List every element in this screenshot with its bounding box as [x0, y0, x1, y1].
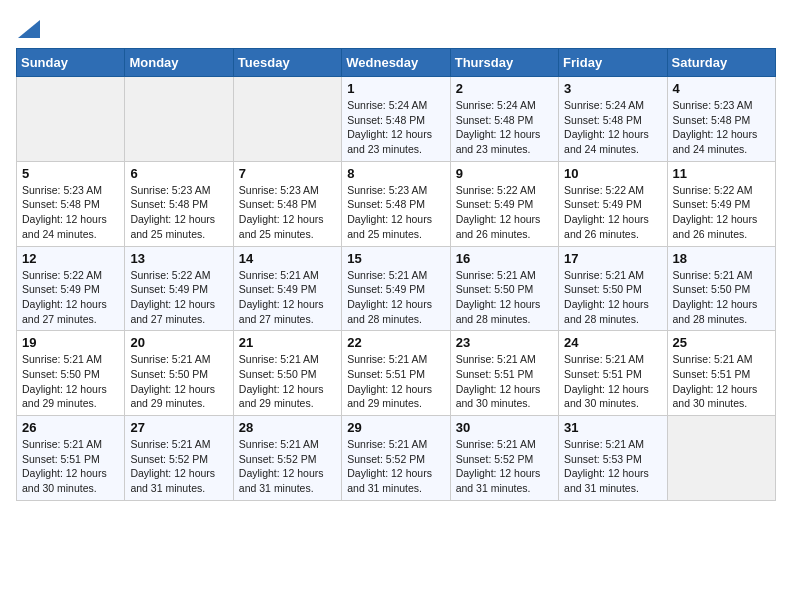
day-number: 7 [239, 166, 336, 181]
logo [16, 16, 40, 38]
day-number: 26 [22, 420, 119, 435]
svg-marker-0 [18, 20, 40, 38]
day-info: Sunrise: 5:21 AM Sunset: 5:49 PM Dayligh… [347, 268, 444, 327]
day-number: 1 [347, 81, 444, 96]
day-number: 29 [347, 420, 444, 435]
day-number: 11 [673, 166, 770, 181]
day-info: Sunrise: 5:24 AM Sunset: 5:48 PM Dayligh… [347, 98, 444, 157]
day-number: 28 [239, 420, 336, 435]
weekday-header-wednesday: Wednesday [342, 49, 450, 77]
day-info: Sunrise: 5:21 AM Sunset: 5:51 PM Dayligh… [347, 352, 444, 411]
day-number: 17 [564, 251, 661, 266]
day-number: 20 [130, 335, 227, 350]
day-number: 31 [564, 420, 661, 435]
calendar-cell: 30Sunrise: 5:21 AM Sunset: 5:52 PM Dayli… [450, 416, 558, 501]
calendar-cell: 14Sunrise: 5:21 AM Sunset: 5:49 PM Dayli… [233, 246, 341, 331]
day-number: 12 [22, 251, 119, 266]
weekday-header-row: SundayMondayTuesdayWednesdayThursdayFrid… [17, 49, 776, 77]
day-number: 14 [239, 251, 336, 266]
day-number: 25 [673, 335, 770, 350]
day-info: Sunrise: 5:21 AM Sunset: 5:51 PM Dayligh… [22, 437, 119, 496]
calendar-cell: 22Sunrise: 5:21 AM Sunset: 5:51 PM Dayli… [342, 331, 450, 416]
calendar-cell [667, 416, 775, 501]
day-number: 6 [130, 166, 227, 181]
calendar-cell: 2Sunrise: 5:24 AM Sunset: 5:48 PM Daylig… [450, 77, 558, 162]
day-number: 16 [456, 251, 553, 266]
page-header [16, 16, 776, 38]
day-number: 10 [564, 166, 661, 181]
weekday-header-saturday: Saturday [667, 49, 775, 77]
day-number: 18 [673, 251, 770, 266]
day-number: 19 [22, 335, 119, 350]
calendar-cell: 25Sunrise: 5:21 AM Sunset: 5:51 PM Dayli… [667, 331, 775, 416]
calendar-cell: 13Sunrise: 5:22 AM Sunset: 5:49 PM Dayli… [125, 246, 233, 331]
calendar-cell: 8Sunrise: 5:23 AM Sunset: 5:48 PM Daylig… [342, 161, 450, 246]
calendar-cell: 20Sunrise: 5:21 AM Sunset: 5:50 PM Dayli… [125, 331, 233, 416]
day-number: 24 [564, 335, 661, 350]
weekday-header-thursday: Thursday [450, 49, 558, 77]
calendar-cell: 9Sunrise: 5:22 AM Sunset: 5:49 PM Daylig… [450, 161, 558, 246]
calendar-cell: 27Sunrise: 5:21 AM Sunset: 5:52 PM Dayli… [125, 416, 233, 501]
calendar-cell: 11Sunrise: 5:22 AM Sunset: 5:49 PM Dayli… [667, 161, 775, 246]
calendar-cell: 29Sunrise: 5:21 AM Sunset: 5:52 PM Dayli… [342, 416, 450, 501]
logo-icon [18, 20, 40, 38]
calendar-cell: 23Sunrise: 5:21 AM Sunset: 5:51 PM Dayli… [450, 331, 558, 416]
calendar-cell: 6Sunrise: 5:23 AM Sunset: 5:48 PM Daylig… [125, 161, 233, 246]
day-info: Sunrise: 5:22 AM Sunset: 5:49 PM Dayligh… [130, 268, 227, 327]
day-info: Sunrise: 5:21 AM Sunset: 5:52 PM Dayligh… [347, 437, 444, 496]
calendar-cell: 5Sunrise: 5:23 AM Sunset: 5:48 PM Daylig… [17, 161, 125, 246]
weekday-header-tuesday: Tuesday [233, 49, 341, 77]
day-info: Sunrise: 5:21 AM Sunset: 5:50 PM Dayligh… [673, 268, 770, 327]
day-number: 13 [130, 251, 227, 266]
calendar-cell: 26Sunrise: 5:21 AM Sunset: 5:51 PM Dayli… [17, 416, 125, 501]
day-info: Sunrise: 5:21 AM Sunset: 5:53 PM Dayligh… [564, 437, 661, 496]
calendar-cell: 1Sunrise: 5:24 AM Sunset: 5:48 PM Daylig… [342, 77, 450, 162]
day-info: Sunrise: 5:21 AM Sunset: 5:50 PM Dayligh… [239, 352, 336, 411]
calendar-cell: 24Sunrise: 5:21 AM Sunset: 5:51 PM Dayli… [559, 331, 667, 416]
day-info: Sunrise: 5:21 AM Sunset: 5:52 PM Dayligh… [456, 437, 553, 496]
day-info: Sunrise: 5:22 AM Sunset: 5:49 PM Dayligh… [22, 268, 119, 327]
calendar-cell: 17Sunrise: 5:21 AM Sunset: 5:50 PM Dayli… [559, 246, 667, 331]
calendar-cell: 10Sunrise: 5:22 AM Sunset: 5:49 PM Dayli… [559, 161, 667, 246]
day-info: Sunrise: 5:22 AM Sunset: 5:49 PM Dayligh… [456, 183, 553, 242]
day-info: Sunrise: 5:21 AM Sunset: 5:50 PM Dayligh… [456, 268, 553, 327]
day-info: Sunrise: 5:23 AM Sunset: 5:48 PM Dayligh… [130, 183, 227, 242]
day-info: Sunrise: 5:24 AM Sunset: 5:48 PM Dayligh… [564, 98, 661, 157]
calendar-body: 1Sunrise: 5:24 AM Sunset: 5:48 PM Daylig… [17, 77, 776, 501]
day-number: 2 [456, 81, 553, 96]
day-number: 30 [456, 420, 553, 435]
weekday-header-monday: Monday [125, 49, 233, 77]
day-info: Sunrise: 5:23 AM Sunset: 5:48 PM Dayligh… [22, 183, 119, 242]
day-number: 4 [673, 81, 770, 96]
day-info: Sunrise: 5:21 AM Sunset: 5:51 PM Dayligh… [564, 352, 661, 411]
calendar-cell: 3Sunrise: 5:24 AM Sunset: 5:48 PM Daylig… [559, 77, 667, 162]
day-info: Sunrise: 5:23 AM Sunset: 5:48 PM Dayligh… [673, 98, 770, 157]
day-info: Sunrise: 5:23 AM Sunset: 5:48 PM Dayligh… [239, 183, 336, 242]
calendar-cell: 7Sunrise: 5:23 AM Sunset: 5:48 PM Daylig… [233, 161, 341, 246]
calendar-cell: 28Sunrise: 5:21 AM Sunset: 5:52 PM Dayli… [233, 416, 341, 501]
calendar-cell: 19Sunrise: 5:21 AM Sunset: 5:50 PM Dayli… [17, 331, 125, 416]
calendar-week-1: 1Sunrise: 5:24 AM Sunset: 5:48 PM Daylig… [17, 77, 776, 162]
day-info: Sunrise: 5:21 AM Sunset: 5:49 PM Dayligh… [239, 268, 336, 327]
day-number: 21 [239, 335, 336, 350]
day-info: Sunrise: 5:22 AM Sunset: 5:49 PM Dayligh… [673, 183, 770, 242]
day-number: 8 [347, 166, 444, 181]
day-info: Sunrise: 5:24 AM Sunset: 5:48 PM Dayligh… [456, 98, 553, 157]
day-number: 9 [456, 166, 553, 181]
day-number: 3 [564, 81, 661, 96]
day-info: Sunrise: 5:21 AM Sunset: 5:52 PM Dayligh… [130, 437, 227, 496]
day-info: Sunrise: 5:21 AM Sunset: 5:51 PM Dayligh… [673, 352, 770, 411]
calendar-table: SundayMondayTuesdayWednesdayThursdayFrid… [16, 48, 776, 501]
weekday-header-friday: Friday [559, 49, 667, 77]
weekday-header-sunday: Sunday [17, 49, 125, 77]
calendar-week-3: 12Sunrise: 5:22 AM Sunset: 5:49 PM Dayli… [17, 246, 776, 331]
calendar-week-2: 5Sunrise: 5:23 AM Sunset: 5:48 PM Daylig… [17, 161, 776, 246]
calendar-cell: 4Sunrise: 5:23 AM Sunset: 5:48 PM Daylig… [667, 77, 775, 162]
calendar-cell: 18Sunrise: 5:21 AM Sunset: 5:50 PM Dayli… [667, 246, 775, 331]
day-number: 22 [347, 335, 444, 350]
calendar-cell: 31Sunrise: 5:21 AM Sunset: 5:53 PM Dayli… [559, 416, 667, 501]
day-number: 15 [347, 251, 444, 266]
day-info: Sunrise: 5:21 AM Sunset: 5:50 PM Dayligh… [564, 268, 661, 327]
day-number: 23 [456, 335, 553, 350]
calendar-cell: 15Sunrise: 5:21 AM Sunset: 5:49 PM Dayli… [342, 246, 450, 331]
